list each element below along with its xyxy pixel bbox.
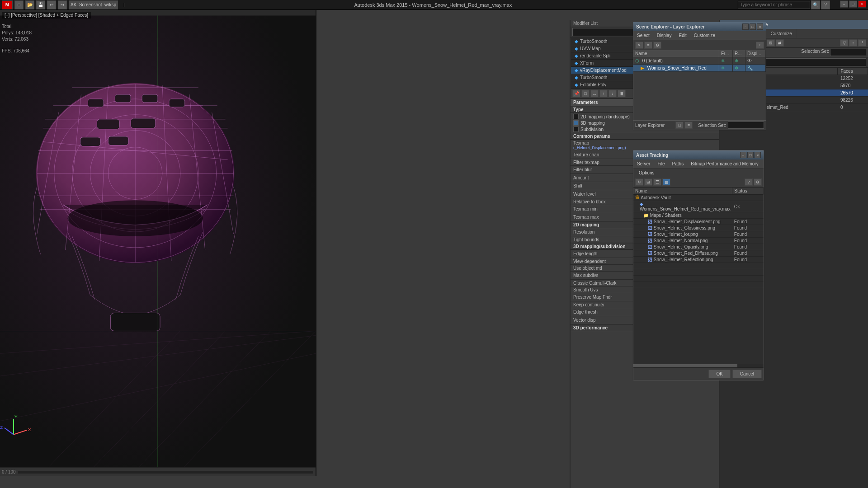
at-options: Options (633, 169, 764, 177)
at-tex5-status: Found (732, 244, 764, 250)
at-min[interactable]: − (740, 152, 746, 158)
menu-customize[interactable]: Customize (692, 32, 717, 39)
list-item[interactable]: 🖼 Snow_Helmet_Displacement.png Found (633, 219, 764, 225)
at-max[interactable]: □ (747, 152, 754, 158)
sel-filter-btn[interactable]: ▽ (840, 39, 848, 47)
list-item[interactable]: 🖼 Snow_Helmet_Normal.png Found (633, 238, 764, 244)
timeline-track[interactable] (18, 470, 314, 474)
help-btn[interactable]: ? (821, 0, 830, 9)
scene-explorer-min[interactable]: − (742, 23, 749, 30)
menu-edit[interactable]: Edit (677, 32, 689, 39)
minimize-btn[interactable]: − (840, 0, 848, 8)
svg-text:X: X (28, 427, 31, 432)
max-logo[interactable]: M (2, 0, 13, 9)
maximize-btn[interactable]: □ (849, 0, 857, 8)
at-menu-paths[interactable]: Paths (669, 160, 688, 167)
total-label: Total (2, 23, 32, 30)
at-detail-btn[interactable]: ▦ (662, 178, 670, 186)
at-refresh-btn[interactable]: ↻ (635, 178, 643, 186)
le-btn1[interactable]: □ (675, 122, 684, 129)
scene-explorer-max[interactable]: □ (750, 23, 756, 30)
se-add-btn[interactable]: + (756, 42, 764, 49)
mod-pin-btn[interactable]: 📌 (572, 90, 580, 97)
at-settings-btn[interactable]: ⚙ (754, 178, 762, 186)
at-help-btn[interactable]: ? (745, 178, 753, 186)
sel-none-btn[interactable]: ⊠ (767, 39, 775, 47)
keyword-search[interactable] (738, 1, 810, 9)
sel-options-btn[interactable]: ⋮ (858, 39, 866, 47)
mod-delete-btn[interactable]: 🗑 (618, 90, 626, 97)
table-row[interactable]: ⬡ 0 (default) ❄ ❄ 👁 (633, 57, 766, 65)
selection-set-field[interactable] (830, 49, 866, 56)
sel-invert-btn[interactable]: ⇄ (776, 39, 784, 47)
at-scroll-thumb[interactable] (633, 364, 737, 367)
se-filter-btn[interactable]: × (635, 42, 643, 49)
at-ok-btn[interactable]: OK (708, 370, 730, 378)
list-item[interactable]: 🖼 Snow_Helmet_Opacity.png Found (633, 244, 764, 250)
list-item[interactable] (633, 276, 764, 282)
list-item[interactable]: 🏛 Autodesk Vault (633, 195, 764, 201)
at-col-status: Status (732, 188, 764, 195)
at-tree-btn[interactable]: ⊞ (644, 178, 652, 186)
list-item[interactable]: 🖼 Snow_Helmet_Glossiness.png Found (633, 225, 764, 231)
list-item[interactable] (633, 269, 764, 276)
save-btn[interactable]: 💾 (36, 0, 45, 9)
sel-sort-btn[interactable]: ↕ (849, 39, 857, 47)
at-menu-server[interactable]: Server (633, 160, 654, 167)
screenshot-btn[interactable]: AK_Screenshot_wrksp (69, 0, 118, 9)
mod-more-btn[interactable]: ... (590, 90, 599, 97)
at-menu-bitmap[interactable]: Bitmap Performance and Memory (687, 160, 762, 167)
main-area: [+] [Perspective] [Shaded + Edged Faces]… (0, 10, 868, 476)
list-item[interactable] (633, 282, 764, 288)
mod-show-btn[interactable]: □ (581, 90, 590, 97)
list-item[interactable]: 🖼 Snow_Helmet_Reflection.png Found (633, 257, 764, 263)
undo-btn[interactable]: ↩ (47, 0, 56, 9)
title-bar-left: M □ 📂 💾 ↩ ↪ AK_Screenshot_wrksp | (2, 0, 128, 9)
at-tex3-name: 🖼 Snow_Helmet_ior.png (633, 231, 732, 238)
col-r: R... (732, 50, 745, 57)
new-btn[interactable]: □ (14, 0, 24, 9)
mod-down-btn[interactable]: ↓ (609, 90, 617, 97)
viewport[interactable]: [+] [Perspective] [Shaded + Edged Faces]… (0, 10, 316, 476)
scene-explorer-content[interactable]: Name Fr... R... Displ... ⬡ 0 (default) (633, 50, 766, 72)
radio-2d[interactable] (573, 114, 579, 119)
timeline[interactable]: 0 / 100 (0, 467, 316, 476)
verts-stat: Verts: 72,063 (2, 36, 32, 42)
at-cancel-btn[interactable]: Cancel (732, 370, 762, 378)
list-item[interactable]: ◆ Womens_Snow_Helmet_Red_max_vray.max Ok (633, 201, 764, 212)
at-close[interactable]: × (755, 152, 761, 158)
scene-explorer-titlebar: Scene Explorer - Layer Explorer − □ × (633, 22, 766, 31)
at-list-btn[interactable]: ☰ (653, 178, 661, 186)
radio-subdiv[interactable] (573, 127, 579, 132)
redo-btn[interactable]: ↪ (58, 0, 67, 9)
table-row[interactable]: ▶ Womens_Snow_Helmet_Red ❄ ❄ 🔧 (633, 65, 766, 72)
se-expand-btn[interactable]: ≡ (644, 42, 652, 49)
scene-explorer-title: Scene Explorer - Layer Explorer (636, 24, 705, 29)
list-item[interactable]: 🖼 Snow_Helmet_ior.png Found (633, 231, 764, 238)
list-item[interactable]: 📁 Maps / Shaders (633, 212, 764, 219)
open-btn[interactable]: 📂 (25, 0, 34, 9)
at-footer: OK Cancel (633, 367, 764, 380)
menu-display[interactable]: Display (655, 32, 674, 39)
helmet-viewport[interactable]: X Y Z (0, 10, 316, 476)
tab-customize[interactable]: Customize (766, 29, 797, 38)
search-icon[interactable]: 🔍 (811, 0, 820, 9)
at-scrollbar[interactable] (633, 364, 764, 367)
se-settings-btn[interactable]: ⚙ (653, 42, 661, 49)
close-btn[interactable]: × (858, 0, 866, 8)
col-name: Name (633, 50, 719, 57)
asset-tracking-dialog: Asset Tracking − □ × Server File Paths B… (633, 150, 764, 380)
at-menu-file[interactable]: File (654, 160, 668, 167)
list-item[interactable]: 🖼 Snow_Helmet_Red_Diffuse.png Found (633, 250, 764, 257)
scene-explorer-close[interactable]: × (757, 23, 763, 30)
selection-set-input[interactable] (728, 122, 764, 129)
radio-3d[interactable] (573, 120, 579, 126)
menu-select[interactable]: Select (635, 32, 651, 39)
title-bar: M □ 📂 💾 ↩ ↪ AK_Screenshot_wrksp | Autode… (0, 0, 868, 10)
list-item[interactable] (633, 263, 764, 269)
at-menu-options[interactable]: Options (635, 169, 658, 176)
asset-tracking-list[interactable]: Name Status 🏛 Autodesk Vault (633, 188, 764, 364)
at-tex4-status: Found (732, 238, 764, 244)
mod-up-btn[interactable]: ↑ (599, 90, 608, 97)
le-btn2[interactable]: ≡ (684, 122, 693, 129)
